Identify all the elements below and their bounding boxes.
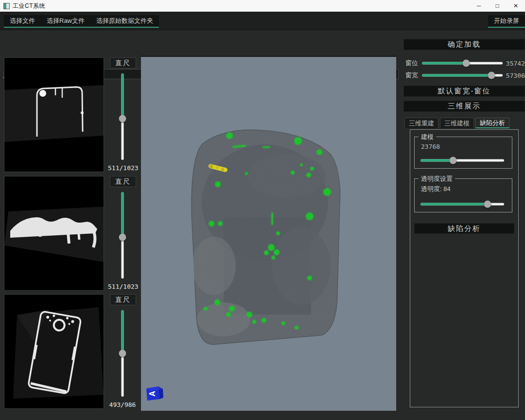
slider-handle[interactable] [463,60,470,67]
slice-controls-2: 直尺 511/1023 [108,176,136,291]
ct-slice-image-3 [4,294,104,409]
select-raw-folder-button[interactable]: 选择原始数据文件夹 [90,15,159,27]
point-cloud-model [141,57,396,411]
tab-defect-analysis[interactable]: 缺陷分析 [475,118,509,128]
modeling-groupbox: 建模 23768 [414,137,512,169]
slider-handle[interactable] [119,350,126,357]
slider-handle[interactable] [484,201,491,208]
slider-fill [422,74,491,77]
slice-block-bottom: 直尺 493/986 [4,294,136,409]
select-raw-file-button[interactable]: 选择Raw文件 [41,15,90,27]
cube-letter: A [148,391,157,397]
slice-position-3: 493/986 [108,401,137,408]
window-width-slider[interactable] [422,71,503,79]
slice-block-middle: 直尺 511/1023 [4,176,136,291]
window-width-value: 57306 [506,72,525,79]
slider-handle[interactable] [450,157,457,164]
orientation-cube[interactable]: A [145,385,164,402]
slice-slider-2[interactable] [119,192,126,279]
slider-fill [422,62,466,65]
ct-slice-image-2 [4,176,104,291]
slice-controls-1: 直尺 511/1023 [108,57,136,173]
opacity-group-title: 透明度设置 [419,175,455,183]
file-button-group: 选择文件 选择Raw文件 选择原始数据文件夹 [4,15,159,28]
slider-handle[interactable] [488,72,495,79]
slice-position-1: 511/1023 [108,164,137,172]
slider-fill [122,73,124,119]
modeling-slider[interactable] [420,157,504,164]
confirm-load-button[interactable]: 确定加载 [403,39,525,50]
modeling-value: 23768 [421,143,440,150]
window-level-value: 35742 [506,60,525,67]
slice-controls-3: 直尺 493/986 [108,294,136,409]
window-width-row: 窗宽 57306 [405,71,525,79]
defect-analysis-panel: 建模 23768 透明度设置 透明度: 84 缺陷分析 [410,129,519,407]
opacity-groupbox: 透明度设置 透明度: 84 [414,178,512,212]
slice-block-top: 直尺 511/1023 [4,57,136,173]
tab-bar: 三维重建 三维建模 缺陷分析 [404,118,509,129]
ruler-button-1[interactable]: 直尺 [110,57,136,69]
window-level-slider[interactable] [422,59,503,67]
right-panel: 确定加载 窗位 35742 窗宽 57306 默认窗宽-窗位 三维展示 三维重建… [403,0,525,420]
select-file-button[interactable]: 选择文件 [4,15,41,27]
window-level-label: 窗位 [405,59,421,68]
slider-fill [420,203,488,206]
ruler-button-2[interactable]: 直尺 [110,176,136,187]
app-icon [3,3,10,9]
slice-slider-1[interactable] [119,73,126,160]
tab-3d-modeling[interactable]: 三维建模 [440,118,474,128]
window-title: 工业CT系统 [13,2,45,10]
slider-fill [420,159,453,162]
default-window-button[interactable]: 默认窗宽-窗位 [403,86,525,97]
slider-handle[interactable] [119,233,126,241]
slider-fill [122,192,124,237]
ruler-button-3[interactable]: 直尺 [110,294,136,305]
window-level-row: 窗位 35742 [405,59,525,67]
tab-3d-reconstruction[interactable]: 三维重建 [404,118,438,128]
slider-handle[interactable] [119,115,126,122]
opacity-slider[interactable] [420,200,504,208]
viewport-3d[interactable]: A [141,56,396,411]
slice-slider-3[interactable] [119,310,126,397]
opacity-label: 透明度: 84 [421,185,451,193]
slice-position-2: 511/1023 [108,283,137,290]
defect-analyze-button[interactable]: 缺陷分析 [414,223,514,234]
slider-fill [122,310,124,353]
modeling-group-title: 建模 [419,133,436,141]
display-3d-button[interactable]: 三维展示 [403,101,525,112]
window-width-label: 窗宽 [405,71,421,80]
ct-slice-image-1 [4,57,104,172]
